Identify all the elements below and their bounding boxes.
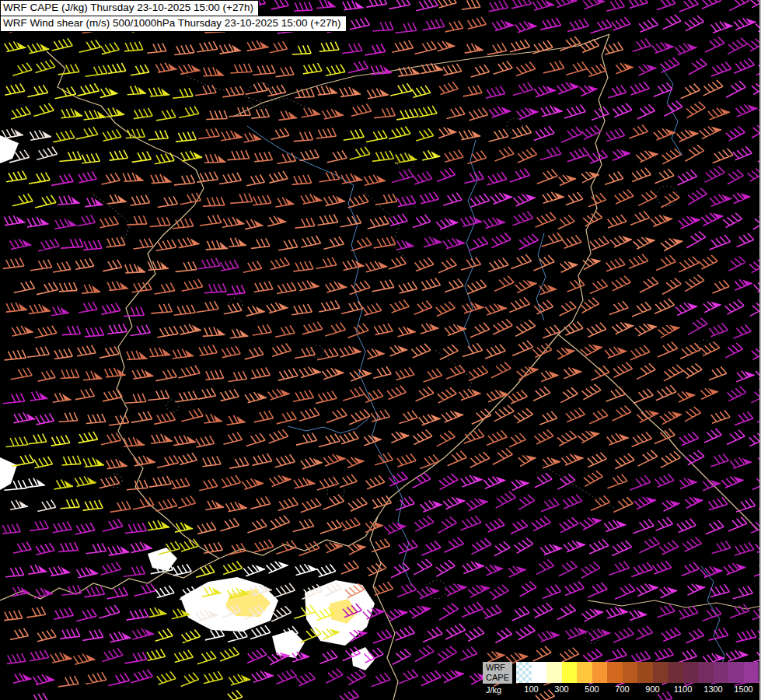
legend-tick-label: 500 bbox=[585, 684, 599, 694]
legend-tick-label: 1300 bbox=[703, 684, 722, 694]
legend-tick-label: 900 bbox=[645, 684, 659, 694]
legend-swatch bbox=[532, 662, 547, 683]
legend-tick-row: 100300500700900110013001500 bbox=[516, 683, 759, 695]
legend-model-variable: WRF CAPE bbox=[483, 662, 512, 684]
legend-swatch bbox=[698, 662, 714, 683]
legend-tick-label: 1500 bbox=[734, 684, 752, 694]
legend-swatch bbox=[607, 662, 623, 683]
legend-swatch bbox=[714, 662, 729, 683]
legend-swatch bbox=[592, 662, 608, 683]
legend-units-label: J/kg bbox=[483, 684, 512, 695]
legend-tick-label: 100 bbox=[524, 684, 538, 694]
legend-swatch bbox=[546, 662, 562, 683]
title-line-windshear: WRF Wind shear (m/s) 500/1000hPa Thursda… bbox=[0, 16, 347, 32]
legend-swatch bbox=[683, 662, 699, 683]
cape-legend: WRF CAPE J/kg 10030050070090011001300150… bbox=[483, 662, 759, 695]
legend-swatch bbox=[668, 662, 683, 683]
legend-labels: WRF CAPE J/kg bbox=[483, 662, 512, 695]
title-box: WRF CAPE (J/kg) Thursday 23-10-2025 15:0… bbox=[0, 0, 347, 32]
legend-swatch-below-range bbox=[516, 662, 532, 683]
title-line-cape: WRF CAPE (J/kg) Thursday 23-10-2025 15:0… bbox=[0, 0, 259, 16]
legend-variable-label: CAPE bbox=[486, 673, 509, 683]
legend-swatch bbox=[728, 662, 744, 683]
map-background bbox=[0, 0, 761, 700]
legend-swatch-row bbox=[516, 662, 759, 683]
weather-map-stage: WRF CAPE (J/kg) Thursday 23-10-2025 15:0… bbox=[0, 0, 761, 700]
legend-swatch bbox=[653, 662, 668, 683]
legend-tick-label: 1100 bbox=[674, 684, 693, 694]
legend-colorbar: 100300500700900110013001500 bbox=[516, 662, 759, 695]
legend-swatch bbox=[744, 662, 759, 683]
legend-swatch bbox=[577, 662, 592, 683]
map-canvas bbox=[0, 0, 761, 700]
legend-swatch bbox=[637, 662, 653, 683]
legend-swatch bbox=[623, 662, 638, 683]
legend-tick-label: 700 bbox=[615, 684, 629, 694]
legend-tick-label: 300 bbox=[554, 684, 568, 694]
legend-model-label: WRF bbox=[486, 663, 509, 673]
legend-swatch bbox=[562, 662, 578, 683]
